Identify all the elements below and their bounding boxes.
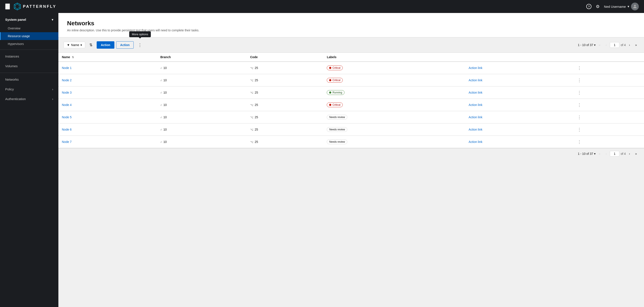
code-icon: ⌥ <box>250 128 254 131</box>
pagination-range-bottom[interactable]: 1 - 10 of 37 ▾ <box>578 152 596 156</box>
status-dot <box>329 67 331 69</box>
sidebar-item-volumes[interactable]: Volumes <box>0 61 58 71</box>
next-page-button-bottom[interactable]: › <box>627 151 632 156</box>
row-kebab-button[interactable]: ⋮ <box>576 65 583 71</box>
prev-page-button[interactable]: ‹ <box>604 42 609 48</box>
column-actions <box>465 53 572 62</box>
node-link[interactable]: Node 6 <box>62 128 72 131</box>
action-secondary-button[interactable]: Action <box>116 41 134 49</box>
column-name[interactable]: Name ⇅ <box>58 53 157 62</box>
table-section: ▼ Name ▾ ⇅ Action Action ⋮ More options <box>58 38 644 159</box>
settings-button[interactable]: ⚙ <box>596 4 600 9</box>
gear-icon: ⚙ <box>596 4 600 9</box>
cell-code: ⌥ 25 <box>247 124 324 136</box>
sidebar-item-policy[interactable]: Policy › <box>0 84 58 94</box>
last-page-button-bottom[interactable]: » <box>633 151 639 156</box>
action-link[interactable]: Action link <box>468 78 482 82</box>
code-value: 25 <box>255 128 258 131</box>
main-content: Networks An inline description. Use this… <box>58 13 644 307</box>
node-link[interactable]: Node 2 <box>62 78 72 82</box>
chevron-down-icon: ▾ <box>52 18 53 22</box>
sidebar-item-authentication[interactable]: Authentication › <box>0 94 58 104</box>
status-badge: Critical <box>327 102 343 107</box>
action-link[interactable]: Action link <box>468 140 482 144</box>
row-kebab-button[interactable]: ⋮ <box>576 139 583 145</box>
branch-value: 10 <box>163 91 167 94</box>
row-kebab-button[interactable]: ⋮ <box>576 77 583 83</box>
filter-button[interactable]: ▼ Name ▾ <box>64 42 85 48</box>
svg-marker-1 <box>15 4 19 9</box>
action-link[interactable]: Action link <box>468 91 482 94</box>
branch-value: 10 <box>163 66 167 70</box>
more-options-button[interactable]: ⋮ <box>135 41 144 49</box>
cell-branch: ⑁ 10 <box>157 62 246 74</box>
sidebar-item-hypervisors[interactable]: Hypervisors <box>0 40 58 48</box>
branch-value: 10 <box>163 78 167 82</box>
next-page-button[interactable]: › <box>627 42 632 48</box>
cell-labels: Needs review <box>323 111 465 124</box>
cell-kebab: ⋮ <box>572 124 644 136</box>
branch-icon: ⑁ <box>160 140 162 144</box>
table-row: Node 3 ⑁ 10 ⌥ 25 Running Action link ⋮ <box>58 86 644 99</box>
chevron-right-icon: › <box>52 87 53 91</box>
row-kebab-button[interactable]: ⋮ <box>576 90 583 96</box>
cell-action-link: Action link <box>465 124 572 136</box>
action-primary-button[interactable]: Action <box>97 41 114 49</box>
sidebar-item-instances[interactable]: Instances <box>0 52 58 61</box>
sort-icon: ⇅ <box>89 43 92 47</box>
last-page-button[interactable]: » <box>633 42 639 48</box>
prev-page-button-bottom[interactable]: ‹ <box>604 151 609 156</box>
cell-branch: ⑁ 10 <box>157 86 246 99</box>
column-branch: Branch <box>157 53 246 62</box>
row-kebab-button[interactable]: ⋮ <box>576 102 583 108</box>
node-link[interactable]: Node 3 <box>62 91 72 94</box>
status-badge: Needs review <box>327 127 347 132</box>
action-link[interactable]: Action link <box>468 128 482 131</box>
node-link[interactable]: Node 1 <box>62 66 72 70</box>
branch-value: 10 <box>163 128 167 131</box>
status-dot <box>329 79 331 81</box>
column-labels: Labels <box>323 53 465 62</box>
table-container: Name ⇅ Branch Code Labels <box>58 53 644 148</box>
sidebar-section-label: System panel <box>5 18 26 22</box>
row-kebab-button[interactable]: ⋮ <box>576 114 583 120</box>
cell-labels: Needs review <box>323 124 465 136</box>
sidebar-item-resource-usage[interactable]: Resource usage <box>0 32 58 40</box>
first-page-button[interactable]: « <box>597 42 602 48</box>
row-kebab-button[interactable]: ⋮ <box>576 126 583 132</box>
action-link[interactable]: Action link <box>468 103 482 106</box>
cell-action-link: Action link <box>465 86 572 99</box>
node-link[interactable]: Node 7 <box>62 140 72 144</box>
code-value: 25 <box>255 78 258 82</box>
cell-kebab: ⋮ <box>572 136 644 148</box>
action-link[interactable]: Action link <box>468 66 482 70</box>
cell-name: Node 6 <box>58 124 157 136</box>
sidebar-item-overview[interactable]: Overview <box>0 24 58 32</box>
filter-dropdown-icon: ▾ <box>80 43 82 47</box>
node-link[interactable]: Node 5 <box>62 116 72 119</box>
code-icon: ⌥ <box>250 91 254 94</box>
action-link[interactable]: Action link <box>468 116 482 119</box>
page-number-input-bottom[interactable] <box>610 151 619 156</box>
branch-icon: ⑁ <box>160 91 162 94</box>
user-menu[interactable]: Ned Username ▾ <box>604 2 639 10</box>
sidebar-section-system-panel[interactable]: System panel ▾ <box>0 15 58 24</box>
node-link[interactable]: Node 4 <box>62 103 72 106</box>
hamburger-menu-button[interactable]: ☰ <box>5 4 10 10</box>
help-button[interactable]: ? <box>586 4 592 9</box>
pagination-range[interactable]: 1 - 10 of 37 ▾ <box>578 43 596 47</box>
sidebar-item-networks[interactable]: Networks <box>0 74 58 84</box>
code-icon: ⌥ <box>250 140 254 144</box>
pagination-dropdown-icon-bottom: ▾ <box>594 152 596 156</box>
cell-kebab: ⋮ <box>572 62 644 74</box>
first-page-button-bottom[interactable]: « <box>597 151 602 156</box>
branch-icon: ⑁ <box>160 66 162 70</box>
cell-code: ⌥ 25 <box>247 62 324 74</box>
user-dropdown-icon: ▾ <box>628 4 629 8</box>
cell-labels: Critical <box>323 74 465 86</box>
sidebar: System panel ▾ Overview Resource usage H… <box>0 13 58 307</box>
branch-icon: ⑁ <box>160 128 162 131</box>
cell-action-link: Action link <box>465 62 572 74</box>
page-number-input[interactable] <box>610 42 619 48</box>
sort-button[interactable]: ⇅ <box>87 41 95 49</box>
